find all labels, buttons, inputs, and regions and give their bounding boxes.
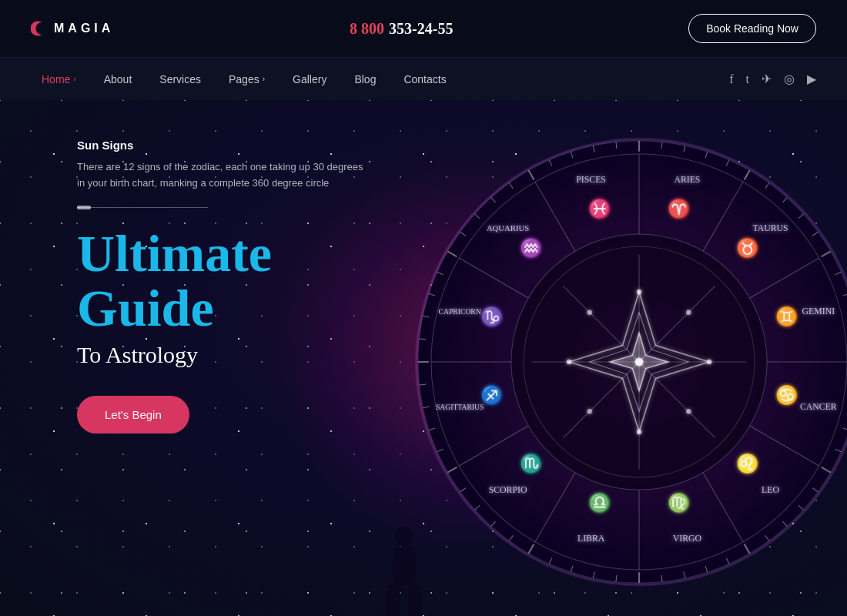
svg-point-87 [707, 360, 711, 364]
instagram-icon[interactable]: ◎ [784, 72, 795, 86]
svg-rect-119 [387, 585, 400, 616]
svg-point-84 [637, 290, 641, 294]
social-links: f t ✈ ◎ ▶ [729, 72, 816, 86]
svg-text:♍: ♍ [668, 492, 691, 514]
svg-text:♓: ♓ [588, 198, 611, 219]
svg-point-90 [588, 409, 592, 413]
svg-rect-118 [393, 547, 416, 586]
person-silhouette [381, 524, 427, 616]
tumblr-icon[interactable]: t [746, 72, 749, 86]
svg-rect-120 [409, 585, 422, 616]
svg-point-91 [686, 409, 691, 413]
svg-text:ARIES: ARIES [674, 175, 700, 185]
nav-item-services[interactable]: Services [149, 69, 212, 90]
svg-point-88 [588, 310, 592, 315]
site-header: MAGIA 8 800 353-24-55 Book Reading Now [0, 0, 847, 58]
hero-main-title: Ultimate Guide [77, 226, 370, 336]
svg-text:TAURUS: TAURUS [752, 223, 788, 233]
svg-text:CANCER: CANCER [800, 402, 837, 412]
nav-item-pages[interactable]: Pages › [218, 69, 276, 90]
svg-text:♊: ♊ [775, 306, 798, 327]
svg-text:VIRGO: VIRGO [673, 534, 702, 544]
svg-text:♎: ♎ [588, 492, 611, 514]
hero-divider [77, 207, 208, 208]
header-phone: 8 800 353-24-55 [350, 20, 453, 38]
nav-item-blog[interactable]: Blog [343, 69, 387, 90]
hero-section: ARIES ♈ TAURUS ♉ GEMINI ♊ CANCER ♋ LEO ♌… [0, 100, 847, 616]
logo-text: MAGIA [54, 22, 114, 35]
nav-item-about[interactable]: About [93, 69, 143, 90]
phone-prefix: 8 800 [350, 20, 384, 38]
svg-point-117 [396, 527, 413, 547]
main-nav: Home › About Services Pages › Gallery Bl… [0, 58, 847, 100]
svg-text:SAGITTARIUS: SAGITTARIUS [436, 403, 484, 411]
book-reading-button[interactable]: Book Reading Now [688, 14, 816, 43]
hero-content: Sun Signs There are 12 signs of the zodi… [77, 139, 370, 434]
zodiac-wheel: ARIES ♈ TAURUS ♉ GEMINI ♊ CANCER ♋ LEO ♌… [408, 116, 847, 608]
svg-text:♑: ♑ [480, 306, 504, 327]
svg-text:♈: ♈ [668, 198, 691, 219]
svg-text:♉: ♉ [736, 237, 759, 259]
nav-item-contacts[interactable]: Contacts [393, 69, 457, 90]
youtube-icon[interactable]: ▶ [807, 72, 816, 86]
moon-icon [31, 19, 49, 38]
svg-point-83 [635, 358, 644, 367]
svg-point-85 [637, 430, 641, 434]
svg-text:GEMINI: GEMINI [802, 306, 835, 316]
hero-description: There are 12 signs of the zodiac, each o… [77, 159, 370, 192]
svg-text:♋: ♋ [775, 384, 798, 406]
lets-begin-button[interactable]: Let's Begin [77, 396, 189, 434]
svg-text:♏: ♏ [520, 453, 543, 474]
phone-number: 353-24-55 [389, 20, 453, 38]
svg-text:♌: ♌ [736, 453, 759, 474]
svg-text:♒: ♒ [520, 237, 543, 259]
svg-text:SCORPIO: SCORPIO [489, 485, 527, 495]
nav-links: Home › About Services Pages › Gallery Bl… [31, 69, 457, 90]
nav-item-gallery[interactable]: Gallery [282, 69, 337, 90]
telegram-icon[interactable]: ✈ [762, 72, 772, 86]
chevron-down-icon: › [263, 75, 265, 83]
nav-item-home[interactable]: Home › [31, 69, 87, 90]
hero-subtitle: To Astrology [77, 342, 370, 368]
svg-text:LIBRA: LIBRA [578, 534, 605, 544]
svg-text:♐: ♐ [480, 384, 504, 406]
svg-point-89 [686, 310, 691, 315]
svg-text:LEO: LEO [762, 485, 779, 495]
facebook-icon[interactable]: f [729, 72, 733, 86]
svg-text:PISCES: PISCES [576, 175, 606, 185]
hero-eyebrow: Sun Signs [77, 139, 370, 152]
logo[interactable]: MAGIA [31, 19, 114, 38]
svg-point-86 [567, 360, 571, 364]
svg-text:CAPRICORN: CAPRICORN [439, 307, 481, 316]
svg-text:AQUARIUS: AQUARIUS [487, 223, 529, 233]
chevron-right-icon: › [73, 75, 75, 83]
